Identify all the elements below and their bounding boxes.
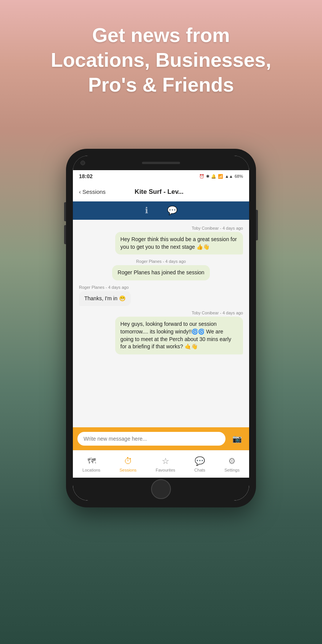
chat-nav-icon: 💬: [195, 456, 205, 466]
back-label: Sessions: [82, 188, 106, 195]
alarm-icon: ⏰: [199, 174, 204, 179]
message-wrapper-3: Roger Planes - 4 days ago Thanks, I'm in…: [79, 285, 243, 306]
nav-label-settings: Settings: [224, 468, 240, 472]
message-wrapper-2: Roger Planes - 4 days ago Roger Planes h…: [79, 259, 243, 280]
front-camera: [80, 161, 85, 165]
back-chevron-icon: ‹: [79, 188, 81, 195]
chat-icon: 💬: [167, 206, 177, 216]
nav-item-favourites[interactable]: ☆ Favourites: [156, 456, 175, 472]
message-input[interactable]: [77, 432, 225, 446]
bluetooth-icon: ✱: [206, 174, 209, 179]
camera-icon: 📷: [232, 434, 242, 443]
nav-label-locations: Locations: [82, 468, 100, 472]
status-icons: ⏰ ✱ 🔔 📶 ▲▲ 68%: [199, 174, 243, 179]
settings-icon: ⚙: [228, 456, 236, 466]
vibrate-icon: 🔔: [211, 174, 216, 179]
hero-line2: Locations, Businesses,: [51, 49, 271, 71]
hero-title: Get news from Locations, Businesses, Pro…: [31, 23, 291, 97]
nav-item-sessions[interactable]: ⏱ Sessions: [119, 456, 137, 472]
message-author-3: Roger Planes - 4 days ago: [79, 285, 129, 290]
message-text-2: Roger Planes has joined the session: [118, 269, 204, 275]
content-tabs: ℹ 💬: [73, 201, 249, 220]
message-text-3: Thanks, I'm in 😁: [84, 295, 126, 301]
home-button[interactable]: [151, 479, 171, 499]
hero-section: Get news from Locations, Businesses, Pro…: [0, 23, 322, 97]
nav-item-settings[interactable]: ⚙ Settings: [224, 456, 240, 472]
info-icon: ℹ: [145, 206, 148, 216]
message-author-1: Toby Conibear - 4 days ago: [192, 226, 243, 230]
message-input-area: 📷: [73, 427, 249, 450]
volume-down-button: [64, 225, 66, 244]
message-text-4: Hey guys, looking forward to our session…: [121, 321, 231, 349]
phone-shell: 18:02 ⏰ ✱ 🔔 📶 ▲▲ 68% ‹ Sessions: [66, 149, 256, 507]
nav-item-chats[interactable]: 💬 Chats: [194, 456, 205, 472]
message-author-2: Roger Planes - 4 days ago: [136, 259, 186, 264]
hero-line3: Pro's & Friends: [88, 74, 234, 96]
chat-area: Toby Conibear - 4 days ago Hey Roger thi…: [73, 220, 249, 427]
map-icon: 🗺: [87, 456, 96, 466]
nav-label-sessions: Sessions: [119, 468, 137, 472]
wifi-icon: 📶: [218, 174, 223, 179]
header-nav: ‹ Sessions Kite Surf - Lev...: [73, 182, 249, 201]
home-button-area: [73, 478, 249, 501]
back-button[interactable]: ‹ Sessions: [79, 188, 106, 195]
phone-screen: 18:02 ⏰ ✱ 🔔 📶 ▲▲ 68% ‹ Sessions: [73, 156, 249, 501]
message-wrapper-4: Toby Conibear - 4 days ago Hey guys, loo…: [79, 311, 243, 354]
speaker: [142, 162, 180, 164]
nav-item-locations[interactable]: 🗺 Locations: [82, 456, 100, 472]
nav-label-favourites: Favourites: [156, 468, 175, 472]
status-time: 18:02: [79, 173, 93, 179]
volume-up-button: [64, 202, 66, 221]
power-button: [256, 210, 258, 240]
message-bubble-1: Hey Roger think this would be a great se…: [115, 232, 243, 254]
header-title: Kite Surf - Lev...: [106, 188, 213, 196]
clock-icon: ⏱: [124, 456, 132, 466]
message-author-4: Toby Conibear - 4 days ago: [192, 311, 243, 315]
message-text-1: Hey Roger think this would be a great se…: [121, 236, 237, 250]
camera-button[interactable]: 📷: [229, 431, 245, 446]
message-bubble-2: Roger Planes has joined the session: [112, 265, 209, 280]
phone-top-bar: [73, 156, 249, 170]
star-icon: ☆: [162, 456, 169, 466]
phone-inner-screen: 18:02 ⏰ ✱ 🔔 📶 ▲▲ 68% ‹ Sessions: [73, 170, 249, 478]
tab-chat[interactable]: 💬: [167, 206, 177, 216]
nav-label-chats: Chats: [194, 468, 205, 472]
message-wrapper-1: Toby Conibear - 4 days ago Hey Roger thi…: [79, 226, 243, 254]
bottom-nav: 🗺 Locations ⏱ Sessions ☆ Favourites 💬 Ch…: [73, 450, 249, 478]
phone-mockup: 18:02 ⏰ ✱ 🔔 📶 ▲▲ 68% ‹ Sessions: [66, 149, 256, 507]
hero-line1: Get news from: [92, 24, 230, 46]
message-bubble-4: Hey guys, looking forward to our session…: [115, 317, 243, 354]
battery-level: 68%: [235, 174, 243, 179]
signal-icon: ▲▲: [225, 174, 233, 179]
tab-info[interactable]: ℹ: [145, 206, 148, 216]
message-bubble-3: Thanks, I'm in 😁: [79, 291, 131, 306]
status-bar: 18:02 ⏰ ✱ 🔔 📶 ▲▲ 68%: [73, 170, 249, 182]
